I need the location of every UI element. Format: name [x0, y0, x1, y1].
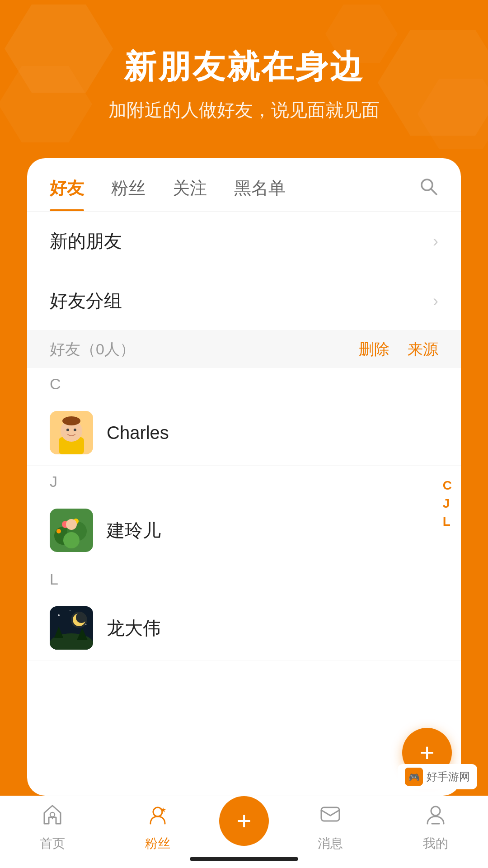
nav-fans[interactable]: 粉丝: [105, 803, 211, 852]
nav-home-label: 首页: [40, 835, 65, 852]
svg-point-34: [431, 807, 440, 816]
tab-friends[interactable]: 好友: [50, 177, 84, 211]
friends-section-header: 好友（0人） 删除 来源: [27, 331, 461, 368]
watermark: 🎮 好手游网: [398, 764, 477, 789]
chevron-right-icon: ›: [433, 292, 438, 311]
svg-point-31: [50, 812, 55, 817]
longdawei-avatar: [50, 606, 93, 650]
watermark-text: 好手游网: [427, 769, 470, 784]
fab-plus-icon: +: [420, 740, 435, 765]
alpha-group-l: L: [27, 563, 461, 595]
alpha-group-j: J: [27, 466, 461, 498]
svg-point-10: [66, 429, 69, 431]
delete-button[interactable]: 删除: [359, 339, 389, 360]
page-subtitle: 加附近的人做好友，说见面就见面: [27, 98, 461, 123]
chevron-right-icon: ›: [433, 232, 438, 251]
index-j[interactable]: J: [443, 497, 452, 510]
svg-point-11: [74, 429, 76, 431]
svg-point-12: [62, 416, 80, 425]
jianling-name: 建玲儿: [107, 518, 161, 543]
new-friends-label: 新的朋友: [50, 229, 433, 254]
profile-icon: [424, 803, 447, 831]
nav-messages[interactable]: 消息: [278, 803, 383, 852]
svg-point-23: [58, 614, 60, 616]
friend-groups-row[interactable]: 好友分组 ›: [27, 271, 461, 331]
svg-point-20: [66, 519, 77, 530]
nav-fans-label: 粉丝: [145, 835, 170, 852]
contact-longdawei[interactable]: 龙大伟: [27, 595, 461, 661]
svg-point-19: [56, 529, 61, 533]
list-content: 新的朋友 › 好友分组 › 好友（0人） 删除 来源 C: [27, 212, 461, 796]
friends-count-label: 好友（0人）: [50, 339, 359, 360]
message-icon: [319, 803, 342, 831]
svg-point-25: [70, 610, 70, 611]
jianling-avatar: [50, 509, 93, 552]
svg-line-6: [431, 189, 436, 194]
alpha-group-c: C: [27, 368, 461, 400]
tab-fans[interactable]: 粉丝: [111, 177, 145, 211]
charles-name: Charles: [107, 423, 169, 443]
fans-icon: [146, 803, 169, 831]
svg-text:🎮: 🎮: [408, 772, 420, 783]
friend-groups-label: 好友分组: [50, 288, 433, 313]
nav-profile-label: 我的: [423, 835, 448, 852]
tab-blacklist[interactable]: 黑名单: [234, 177, 286, 211]
nav-plus-icon: +: [237, 806, 252, 835]
bottom-indicator: [190, 857, 298, 861]
index-l[interactable]: L: [443, 515, 452, 528]
svg-point-30: [71, 612, 87, 628]
watermark-logo: 🎮: [405, 768, 423, 786]
contact-jianling[interactable]: 建玲儿: [27, 498, 461, 563]
source-button[interactable]: 来源: [408, 339, 438, 360]
new-friends-row[interactable]: 新的朋友 ›: [27, 212, 461, 271]
nav-messages-label: 消息: [318, 835, 343, 852]
charles-avatar: [50, 411, 93, 454]
nav-plus-center[interactable]: +: [219, 810, 269, 846]
page-title: 新朋友就在身边: [27, 45, 461, 89]
search-icon[interactable]: [418, 176, 438, 211]
svg-point-16: [63, 532, 80, 548]
home-icon: [41, 803, 64, 831]
svg-rect-33: [321, 807, 339, 821]
index-c[interactable]: C: [443, 479, 452, 492]
svg-point-32: [153, 807, 162, 816]
nav-plus-button[interactable]: +: [219, 796, 269, 846]
contact-charles[interactable]: Charles: [27, 400, 461, 466]
nav-profile[interactable]: 我的: [383, 803, 488, 852]
tab-following[interactable]: 关注: [173, 177, 207, 211]
main-card: 好友 粉丝 关注 黑名单 新的朋友 › 好友分组 › 好友（0人） 删除: [27, 158, 461, 796]
alphabet-index: C J L: [443, 479, 452, 528]
nav-home[interactable]: 首页: [0, 803, 105, 852]
tabs-bar: 好友 粉丝 关注 黑名单: [27, 158, 461, 212]
longdawei-name: 龙大伟: [107, 616, 161, 641]
